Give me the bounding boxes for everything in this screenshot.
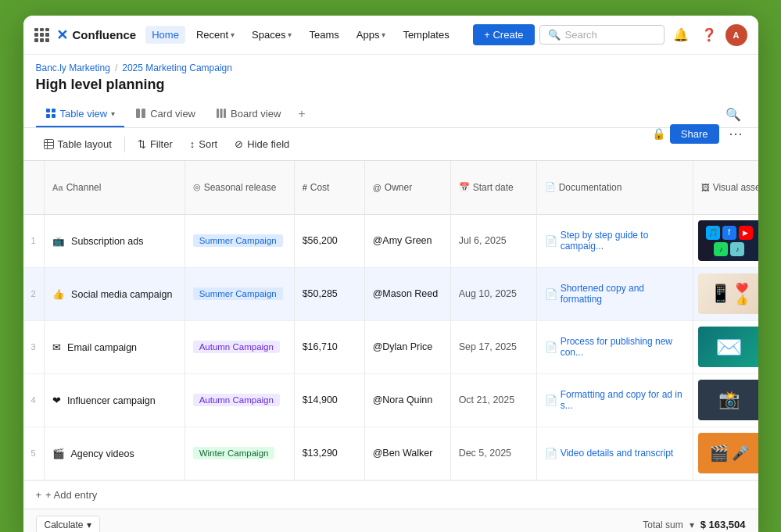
visual-thumbnail[interactable]: 📸 [698,380,758,420]
calendar-icon: 📅 [459,182,470,192]
hide-field-button[interactable]: ⊘ Hide field [227,134,297,154]
th-visual-assets[interactable]: 🖼 Visual assets [693,161,758,214]
visual-thumbnail[interactable]: ✉️ [698,327,758,367]
at-icon: @ [373,183,382,192]
row-number: 3 [31,342,36,352]
start-date-cell: Aug 10, 2025 [450,267,536,320]
calculate-button[interactable]: Calculate ▾ [36,516,100,533]
logo-symbol: ✕ [56,27,68,44]
visual-assets-cell[interactable]: 🎵 f ▶ ♪ ♪ [693,214,758,267]
channel-cell[interactable]: 🎬 Agency videos [44,427,185,480]
seasonal-tag[interactable]: Summer Campaign [193,287,283,300]
nav-recent[interactable]: Recent ▾ [190,26,241,44]
app-logo[interactable]: ✕ Confluence [56,27,137,44]
search-box[interactable]: 🔍 Search [539,25,665,45]
seasonal-release-cell[interactable]: Winter Campaign [185,427,294,480]
notifications-icon[interactable]: 🔔 [669,23,693,47]
seasonal-tag[interactable]: Summer Campaign [193,234,283,247]
visual-thumbnail[interactable]: 🎵 f ▶ ♪ ♪ [698,220,758,261]
seasonal-release-cell[interactable]: Summer Campaign [185,267,294,320]
row-num-cell: 5 [23,427,45,480]
row-num-cell: 2 [23,267,45,320]
breadcrumb: Banc.ly Marketing / 2025 Marketing Campa… [23,55,758,75]
cost-cell: $16,710 [294,320,364,373]
image-icon: 🖼 [701,183,710,192]
visual-thumbnail[interactable]: 🎬 🎤 [698,433,758,473]
visual-assets-cell[interactable]: 🎬 🎤 [693,427,758,480]
channel-cell[interactable]: 📺 Subscription ads [44,214,185,267]
doc-link[interactable]: 📄 Step by step guide to campaig... [545,230,685,252]
start-date-cell: Sep 17, 2025 [450,320,536,373]
svg-rect-0 [46,109,50,112]
grid-menu-icon[interactable] [34,28,48,42]
nav-teams[interactable]: Teams [303,26,345,44]
channel-cell[interactable]: ❤ Influencer campaign [44,373,185,427]
chevron-down-icon: ▾ [231,30,235,39]
separator [124,137,125,152]
th-channel[interactable]: Aa Channel [44,161,185,214]
add-view-button[interactable]: + [292,101,311,127]
th-seasonal[interactable]: ◎ Seasonal release [185,161,294,214]
seasonal-release-cell[interactable]: Summer Campaign [185,214,294,267]
th-cost[interactable]: # Cost [294,161,364,214]
search-icon: 🔍 [548,29,561,41]
page-actions: 🔒 Share ⋯ [652,123,747,144]
documentation-cell[interactable]: 📄 Shortened copy and formatting [536,267,693,320]
lock-icon[interactable]: 🔒 [652,127,665,140]
share-button[interactable]: Share [670,124,719,144]
channel-icon: 👍 [52,289,65,300]
help-icon[interactable]: ❓ [697,23,721,47]
user-avatar[interactable]: A [725,24,747,46]
card-view-icon [135,108,146,119]
sort-button[interactable]: ↕ Sort [182,134,225,154]
doc-link[interactable]: 📄 Process for publishing new con... [545,336,685,358]
documentation-cell[interactable]: 📄 Video details and transcript [536,427,693,480]
channel-name: Subscription ads [71,236,143,247]
th-start-date[interactable]: 📅 Start date [450,161,536,214]
more-options-icon[interactable]: ⋯ [724,123,747,144]
seasonal-tag[interactable]: Autumn Campaign [193,341,280,353]
documentation-cell[interactable]: 📄 Process for publishing new con... [536,320,693,373]
nav-apps[interactable]: Apps ▾ [350,26,392,44]
visual-assets-cell[interactable]: 📱 ❤️👍 [693,267,758,320]
visual-assets-cell[interactable]: 📸 [693,373,758,427]
documentation-cell[interactable]: 📄 Step by step guide to campaig... [536,214,693,267]
channel-cell[interactable]: ✉ Email campaign [44,320,185,373]
seasonal-release-cell[interactable]: Autumn Campaign [185,320,294,373]
footer-bar: Calculate ▾ Total sum ▾ $ 163,504 [23,509,758,533]
doc-link[interactable]: 📄 Shortened copy and formatting [545,283,685,305]
create-button[interactable]: + Create [473,24,534,45]
svg-rect-9 [44,140,53,149]
th-owner[interactable]: @ Owner [364,161,450,214]
svg-rect-2 [46,114,50,118]
tab-table-view[interactable]: Table view ▾ [36,102,125,127]
breadcrumb-current[interactable]: 2025 Marketing Campaign [122,62,232,73]
documentation-cell[interactable]: 📄 Formatting and copy for ad in s... [536,373,693,427]
svg-rect-7 [220,109,223,118]
nav-spaces[interactable]: Spaces ▾ [245,26,298,44]
tab-board-view[interactable]: Board view [206,102,290,127]
th-documentation[interactable]: 📄 Documentation [536,161,693,214]
doc-icon: 📄 [545,182,556,192]
table-layout-button[interactable]: Table layout [36,134,120,154]
row-number: 4 [31,395,36,405]
seasonal-release-cell[interactable]: Autumn Campaign [185,373,294,427]
circle-icon: ◎ [193,182,201,192]
doc-link[interactable]: 📄 Formatting and copy for ad in s... [545,389,685,411]
seasonal-tag[interactable]: Autumn Campaign [193,394,280,406]
seasonal-tag[interactable]: Winter Campaign [193,447,275,459]
th-num [23,161,45,214]
nav-home[interactable]: Home [145,26,185,44]
breadcrumb-parent[interactable]: Banc.ly Marketing [36,62,110,73]
filter-button[interactable]: ⇅ Filter [130,134,181,154]
table-row: 5 🎬 Agency videos Winter Campaign $13,29… [23,427,758,480]
channel-cell[interactable]: 👍 Social media campaign [44,267,185,320]
add-entry-button[interactable]: + + Add entry [23,480,758,509]
tab-card-view[interactable]: Card view [126,102,205,127]
visual-assets-cell[interactable]: ✉️ [693,320,758,373]
owner-cell: @Dylan Price [364,320,450,373]
doc-link[interactable]: 📄 Video details and transcript [545,448,685,459]
visual-thumbnail[interactable]: 📱 ❤️👍 [698,273,758,314]
search-view-icon[interactable]: 🔍 [721,102,746,127]
nav-templates[interactable]: Templates [396,26,455,44]
